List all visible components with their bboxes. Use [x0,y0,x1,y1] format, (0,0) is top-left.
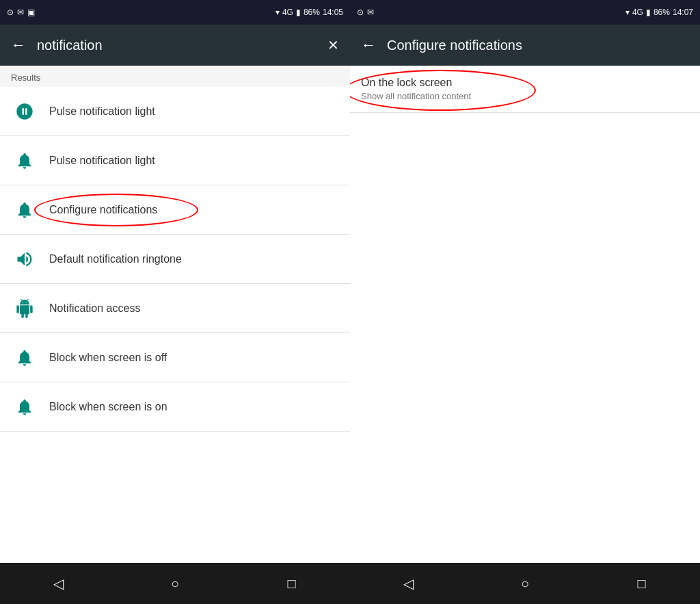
left-toolbar: ← ✕ [0,25,350,66]
nav-back-button[interactable]: ◁ [41,566,75,601]
search-results-list: Pulse notification light Pulse notificat… [0,87,350,563]
notification-access-item[interactable]: Notification access [0,284,350,333]
nav-home-button[interactable]: ○ [158,566,192,601]
right-status-right: ▾ 4G ▮ 86% 14:07 [625,8,693,17]
network-label-r: 4G [632,8,643,17]
lock-screen-setting[interactable]: On the lock screen Show all notification… [350,66,700,113]
gmail-icon-r: ✉ [367,8,374,17]
configure-notifications-list: On the lock screen Show all notification… [350,66,700,563]
configure-notifications-label: Configure notifications [49,204,157,216]
right-nav-bar: ◁ ○ □ [350,563,700,604]
battery-icon: ▮ [296,8,301,17]
lock-screen-subtitle: Show all notification content [361,91,689,101]
brightness-icon [11,102,38,121]
time-left: 14:05 [323,8,343,17]
wifi-icon-r: ▾ [625,8,630,17]
list-item-label: Pulse notification light [49,105,155,118]
notification-access-label: Notification access [49,302,140,315]
left-status-bar: ⊙ ✉ ▣ ▾ 4G ▮ 86% 14:05 [0,0,350,25]
battery-percent: 86% [304,8,320,17]
list-item[interactable]: Default notification ringtone [0,235,350,284]
left-status-right: ▾ 4G ▮ 86% 14:05 [275,8,343,17]
block-screen-off-item[interactable]: Block when screen is off [0,333,350,382]
configure-notifications-item[interactable]: Configure notifications [0,185,350,235]
right-back-button[interactable]: ← [361,36,376,54]
bell-icon-4 [11,397,38,417]
battery-percent-r: 86% [654,8,670,17]
right-status-bar: ⊙ ✉ ▾ 4G ▮ 86% 14:07 [350,0,700,25]
block-screen-on-label: Block when screen is on [49,401,167,413]
list-item[interactable]: Pulse notification light [0,136,350,185]
nav-recent-button-r[interactable]: □ [625,566,659,601]
left-status-icons: ⊙ ✉ ▣ [7,8,35,17]
block-screen-on-item[interactable]: Block when screen is on [0,382,350,432]
right-toolbar: ← Configure notifications [350,25,700,66]
nav-home-button-r[interactable]: ○ [508,566,542,601]
search-clear-button[interactable]: ✕ [327,37,339,53]
battery-icon-r: ▮ [646,8,651,17]
right-phone-panel: ⊙ ✉ ▾ 4G ▮ 86% 14:07 ← Configure notific… [350,0,700,604]
lock-screen-circle-annotation [350,70,536,111]
bell-icon [11,151,38,170]
nav-back-button-r[interactable]: ◁ [391,566,425,601]
results-label: Results [0,66,350,87]
block-screen-off-label: Block when screen is off [49,352,167,364]
nav-recent-button[interactable]: □ [275,566,309,601]
volume-icon [11,250,38,269]
left-nav-bar: ◁ ○ □ [0,563,350,604]
right-toolbar-title: Configure notifications [387,38,689,53]
camera-icon-r: ⊙ [357,8,364,17]
left-phone-panel: ⊙ ✉ ▣ ▾ 4G ▮ 86% 14:05 ← ✕ Results [0,0,350,604]
list-item-label: Default notification ringtone [49,253,182,265]
cast-icon: ▣ [27,8,35,17]
camera-icon: ⊙ [7,8,14,17]
bell-icon-2 [11,200,38,220]
bell-icon-3 [11,348,38,367]
time-right: 14:07 [673,8,693,17]
list-item-label: Pulse notification light [49,155,155,167]
left-back-button[interactable]: ← [11,36,26,54]
list-item[interactable]: Pulse notification light [0,87,350,136]
lock-screen-title: On the lock screen [361,77,689,89]
right-status-icons: ⊙ ✉ [357,8,374,17]
gmail-icon: ✉ [17,8,24,17]
network-label: 4G [282,8,293,17]
search-input[interactable] [37,38,317,53]
android-icon [11,299,38,318]
wifi-icon: ▾ [275,8,280,17]
